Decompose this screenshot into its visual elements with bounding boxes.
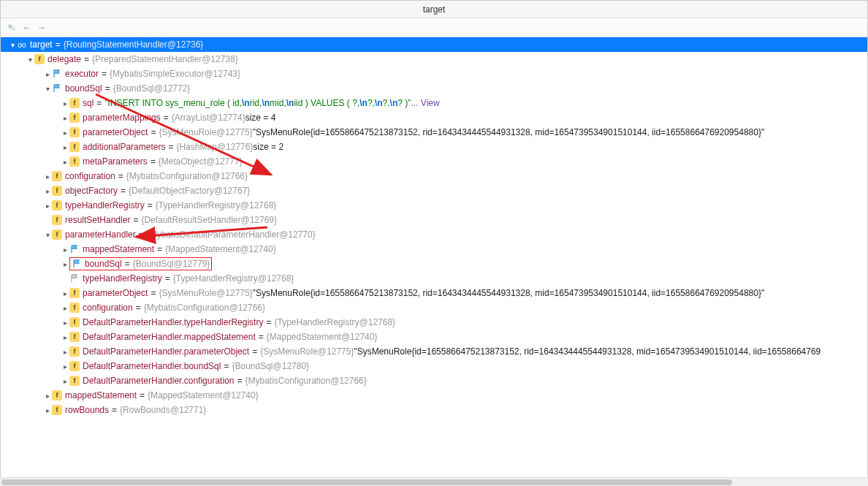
tree-row[interactable]: ▸fmetaParameters = {MetaObject@12777} (1, 154, 867, 169)
tree-row[interactable]: ▸fDefaultParameterHandler.boundSql = {Bo… (1, 359, 867, 373)
tree-row[interactable]: ▾boundSql = {BoundSql@12772} (1, 81, 867, 96)
expand-arrow-icon[interactable]: ▸ (43, 406, 52, 414)
field-icon: f (69, 317, 80, 327)
back-arrow-icon[interactable]: ← (21, 22, 33, 34)
field-value: {MybatisConfiguration@12766} (245, 376, 366, 386)
expand-arrow-icon[interactable]: ▸ (43, 187, 52, 195)
expand-arrow-icon[interactable]: ▸ (43, 202, 52, 210)
field-name: boundSql (85, 259, 122, 269)
flag-icon (52, 83, 62, 94)
title-bar: target (1, 1, 867, 18)
tree-row[interactable]: ▸fDefaultParameterHandler.configuration … (1, 373, 867, 388)
field-name: parameterObject (83, 127, 148, 137)
expand-arrow-icon[interactable]: ▸ (43, 392, 52, 400)
field-value: {TypeHandlerRegistry@12768} (274, 317, 395, 327)
expand-arrow-icon[interactable]: ▸ (43, 70, 52, 78)
window-title: target (423, 4, 446, 15)
tree-row[interactable]: ▸fparameterObject = {SysMenuRole@12775} … (1, 125, 867, 140)
scrollbar-thumb[interactable] (1, 479, 732, 485)
tree-row[interactable]: ▸fDefaultParameterHandler.mappedStatemen… (1, 330, 867, 344)
highlighted-field: boundSql = {BoundSql@12779} (69, 257, 212, 270)
tree-row[interactable]: ▾fdelegate = {PreparedStatementHandler@1… (1, 52, 867, 67)
expand-arrow-icon[interactable]: ▸ (61, 333, 69, 341)
expand-arrow-icon[interactable]: ▸ (61, 260, 69, 268)
field-icon: f (69, 376, 80, 386)
expand-arrow-icon[interactable]: ▾ (43, 231, 52, 239)
field-icon: f (52, 186, 62, 196)
field-icon: f (69, 303, 80, 313)
object-icon: oo (17, 39, 27, 50)
tree-row[interactable]: ▸fobjectFactory = {DefaultObjectFactory@… (1, 183, 867, 198)
expand-arrow-icon[interactable]: ▸ (61, 129, 69, 137)
variable-tree[interactable]: ▾ootarget = {RoutingStatementHandler@127… (1, 37, 867, 485)
field-name: configuration (83, 303, 133, 313)
field-icon: f (34, 54, 45, 64)
field-icon: f (69, 142, 80, 152)
expand-arrow-icon[interactable]: ▸ (61, 348, 69, 356)
tree-row[interactable]: ▸fDefaultParameterHandler.parameterObjec… (1, 344, 867, 359)
field-value: {HashMap@12776} (176, 142, 253, 152)
expand-arrow-icon[interactable]: ▸ (61, 319, 69, 327)
tree-row[interactable]: ▸fDefaultParameterHandler.typeHandlerReg… (1, 315, 867, 330)
field-value: {TypeHandlerRegistry@12768} (156, 200, 277, 210)
tree-row[interactable]: ▸fmappedStatement = {MappedStatement@127… (1, 388, 867, 403)
field-name: parameterHandler (65, 229, 136, 240)
tree-row[interactable]: ▾ootarget = {RoutingStatementHandler@127… (1, 37, 867, 52)
tree-row[interactable]: fresultSetHandler = {DefaultResultSetHan… (1, 213, 867, 227)
field-value: {PreparedStatementHandler@12738} (92, 54, 238, 64)
tree-row[interactable]: ▸executor = {MybatisSimpleExecutor@12743… (1, 67, 867, 81)
flag-icon (69, 273, 80, 284)
tree-row[interactable]: ▸fconfiguration = {MybatisConfiguration@… (1, 169, 867, 183)
expand-arrow-icon[interactable]: ▸ (61, 289, 69, 297)
tree-row[interactable]: ▸fadditionalParameters = {HashMap@12776}… (1, 140, 867, 154)
field-value: {ArrayList@12774} (172, 113, 245, 123)
field-value: {MappedStatement@12740} (148, 390, 259, 400)
tree-row[interactable]: ▸fsql = "INSERT INTO sys_menu_role ( id,… (1, 96, 867, 110)
new-watch-icon[interactable] (7, 22, 18, 34)
expand-arrow-icon[interactable]: ▾ (8, 41, 17, 49)
view-link[interactable]: ... View (411, 98, 440, 108)
tree-row[interactable]: typeHandlerRegistry = {TypeHandlerRegist… (1, 271, 867, 286)
expand-arrow-icon[interactable]: ▸ (61, 158, 69, 166)
tree-row[interactable]: ▸fparameterMappings = {ArrayList@12774} … (1, 110, 867, 125)
expand-arrow-icon[interactable]: ▸ (61, 143, 69, 151)
tree-row[interactable]: ▸boundSql = {BoundSql@12779} (1, 257, 867, 271)
tree-row[interactable]: ▾fparameterHandler = {MybatisDefaultPara… (1, 227, 867, 242)
field-name: parameterObject (83, 288, 148, 298)
field-value: {BoundSql@12772} (113, 83, 191, 94)
expand-arrow-icon[interactable]: ▸ (43, 172, 52, 181)
field-name: delegate (47, 54, 81, 64)
horizontal-scrollbar[interactable] (0, 477, 868, 486)
field-name: configuration (65, 171, 115, 181)
field-icon: f (69, 288, 80, 298)
tree-row[interactable]: ▸fconfiguration = {MybatisConfiguration@… (1, 300, 867, 315)
expand-arrow-icon[interactable]: ▸ (61, 362, 69, 371)
field-name: DefaultParameterHandler.boundSql (83, 361, 221, 371)
tree-row[interactable]: ▸mappedStatement = {MappedStatement@1274… (1, 242, 867, 257)
field-icon: f (69, 113, 80, 123)
tree-row[interactable]: ▸fparameterObject = {SysMenuRole@12775} … (1, 286, 867, 300)
field-name: DefaultParameterHandler.configuration (83, 376, 234, 386)
field-name: boundSql (65, 83, 102, 94)
forward-arrow-icon[interactable]: → (36, 22, 47, 34)
field-suffix: "SysMenuRole{id=1655866475213873152, rid… (354, 346, 821, 357)
expand-arrow-icon[interactable]: ▸ (61, 99, 69, 107)
expand-arrow-icon[interactable]: ▸ (61, 377, 69, 385)
flag-icon (52, 69, 62, 79)
field-icon: f (69, 361, 80, 371)
field-name: typeHandlerRegistry (83, 273, 162, 284)
expand-arrow-icon[interactable]: ▸ (61, 246, 69, 254)
expand-arrow-icon[interactable]: ▸ (61, 304, 69, 312)
field-value: {SysMenuRole@12775} (159, 288, 252, 298)
tree-row[interactable]: ▸frowBounds = {RowBounds@12771} (1, 403, 867, 417)
field-value: {MetaObject@12777} (159, 156, 243, 167)
field-name: mappedStatement (83, 244, 154, 254)
field-suffix: size = 4 (245, 113, 276, 123)
expand-arrow-icon[interactable]: ▸ (61, 114, 69, 122)
field-icon: f (52, 200, 62, 210)
svg-rect-1 (12, 27, 15, 30)
expand-arrow-icon[interactable]: ▾ (26, 56, 34, 64)
expand-arrow-icon[interactable]: ▾ (43, 85, 52, 93)
svg-rect-0 (9, 25, 12, 28)
tree-row[interactable]: ▸ftypeHandlerRegistry = {TypeHandlerRegi… (1, 198, 867, 213)
